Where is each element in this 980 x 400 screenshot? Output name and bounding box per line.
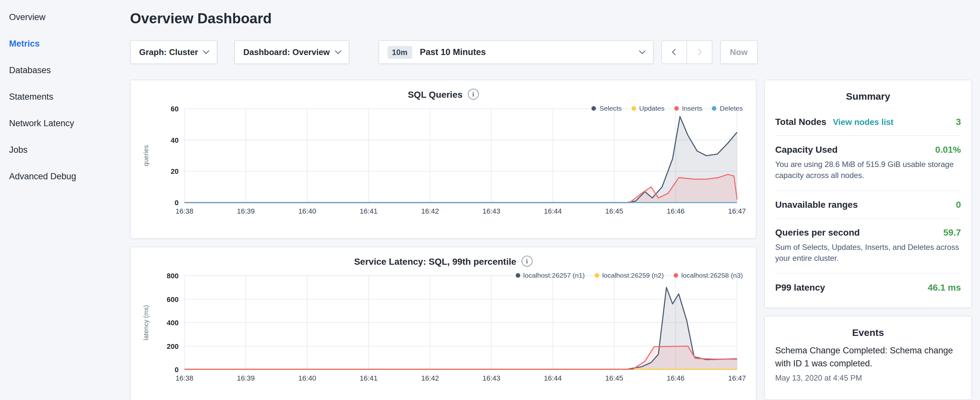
sidebar-item-statements[interactable]: Statements xyxy=(0,83,130,110)
legend-dot-icon xyxy=(632,106,636,110)
svg-text:queries: queries xyxy=(142,145,150,166)
svg-text:16:44: 16:44 xyxy=(544,374,562,382)
chevron-down-icon xyxy=(334,48,341,54)
event-item: Schema Change Completed: Schema change w… xyxy=(775,344,961,382)
svg-text:16:46: 16:46 xyxy=(667,207,685,215)
svg-text:40: 40 xyxy=(171,136,178,144)
info-icon[interactable] xyxy=(522,256,533,267)
svg-text:16:42: 16:42 xyxy=(421,207,439,215)
svg-text:16:47: 16:47 xyxy=(728,374,746,382)
time-prev-button[interactable] xyxy=(661,40,687,64)
svg-text:200: 200 xyxy=(167,343,178,351)
event-timestamp: May 13, 2020 at 4:45 PM xyxy=(775,373,961,382)
svg-text:600: 600 xyxy=(167,295,178,304)
time-range-badge: 10m xyxy=(387,46,412,59)
legend-item: Deletes xyxy=(712,104,743,112)
charts-column: SQL Queries SelectsUpdatesInsertsDeletes… xyxy=(130,80,756,400)
service-latency-chart[interactable]: 16:3816:3916:4016:4116:4216:4316:4416:45… xyxy=(139,272,748,385)
time-range-dropdown[interactable]: 10m Past 10 Minutes xyxy=(378,40,653,64)
stat-value: 46.1 ms xyxy=(928,282,961,292)
svg-text:16:39: 16:39 xyxy=(237,207,255,215)
stat-value: 0.01% xyxy=(935,144,961,155)
svg-text:60: 60 xyxy=(171,105,178,113)
sidebar-item-overview[interactable]: Overview xyxy=(0,4,130,30)
app-root: Overview Metrics Databases Statements Ne… xyxy=(0,0,980,400)
legend-item: Selects xyxy=(592,104,622,112)
summary-stat-unavailable-ranges: Unavailable ranges 0 xyxy=(775,190,961,218)
graph-selector-dropdown[interactable]: Graph: Cluster xyxy=(130,40,217,64)
summary-panel: Summary Total Nodes View nodes list 3 xyxy=(764,80,972,308)
chart-title: Service Latency: SQL, 99th percentile xyxy=(354,256,516,266)
stat-label: Total Nodes xyxy=(775,116,826,127)
svg-text:16:40: 16:40 xyxy=(298,374,316,382)
sql-queries-chart[interactable]: 16:3816:3916:4016:4116:4216:4316:4416:45… xyxy=(139,105,748,218)
summary-stat-p99-latency: P99 latency 46.1 ms xyxy=(775,273,961,301)
chevron-down-icon xyxy=(203,48,209,54)
stat-value: 59.7 xyxy=(943,227,961,237)
svg-text:16:38: 16:38 xyxy=(175,374,193,382)
svg-text:16:38: 16:38 xyxy=(175,207,193,215)
event-text: Schema Change Completed: Schema change w… xyxy=(775,344,961,370)
chart-title: SQL Queries xyxy=(408,89,462,99)
svg-text:16:41: 16:41 xyxy=(360,374,377,382)
stat-note: Sum of Selects, Updates, Inserts, and De… xyxy=(775,242,961,265)
content-row: SQL Queries SelectsUpdatesInsertsDeletes… xyxy=(130,80,972,400)
chart-legend: localhost:26257 (n1)localhost:26259 (n2)… xyxy=(515,271,743,279)
events-panel: Events Schema Change Completed: Schema c… xyxy=(764,316,972,400)
summary-stat-capacity-used: Capacity Used 0.01% You are using 28.6 M… xyxy=(775,135,961,190)
stat-label: Unavailable ranges xyxy=(775,199,858,210)
toolbar: Graph: Cluster Dashboard: Overview 10m P… xyxy=(130,40,972,64)
svg-text:16:44: 16:44 xyxy=(544,207,562,215)
sidebar-item-jobs[interactable]: Jobs xyxy=(0,137,130,163)
sidebar-item-metrics[interactable]: Metrics xyxy=(0,30,130,57)
right-column: Summary Total Nodes View nodes list 3 xyxy=(764,80,972,400)
svg-text:16:42: 16:42 xyxy=(421,374,439,382)
svg-text:400: 400 xyxy=(167,319,178,327)
main-content: Overview Dashboard Graph: Cluster Dashbo… xyxy=(130,0,980,400)
service-latency-chart-card: Service Latency: SQL, 99th percentile lo… xyxy=(130,247,756,400)
stat-note: You are using 28.6 MiB of 515.9 GiB usab… xyxy=(775,159,961,182)
legend-dot-icon xyxy=(515,273,520,277)
sidebar: Overview Metrics Databases Statements Ne… xyxy=(0,0,130,400)
svg-text:20: 20 xyxy=(171,167,178,175)
legend-dot-icon xyxy=(674,106,679,110)
info-icon[interactable] xyxy=(468,89,479,100)
sidebar-item-network-latency[interactable]: Network Latency xyxy=(0,110,130,137)
stat-label: Queries per second xyxy=(775,227,860,237)
svg-text:0: 0 xyxy=(175,199,178,207)
legend-item: localhost:26257 (n1) xyxy=(515,271,585,279)
legend-item: Inserts xyxy=(674,104,702,112)
svg-text:16:45: 16:45 xyxy=(605,207,623,215)
time-next-button[interactable] xyxy=(686,40,712,64)
dashboard-selector-dropdown[interactable]: Dashboard: Overview xyxy=(234,40,349,64)
dashboard-selector-label: Dashboard: Overview xyxy=(243,47,330,57)
view-nodes-list-link[interactable]: View nodes list xyxy=(833,117,893,127)
summary-stat-total-nodes: Total Nodes View nodes list 3 xyxy=(775,108,961,135)
chevron-left-icon xyxy=(672,49,678,55)
stat-label: P99 latency xyxy=(775,282,825,292)
legend-dot-icon xyxy=(594,273,599,277)
stat-value: 0 xyxy=(956,199,961,210)
sidebar-item-databases[interactable]: Databases xyxy=(0,57,130,83)
chevron-right-icon xyxy=(695,49,702,55)
svg-text:16:45: 16:45 xyxy=(605,374,623,382)
svg-text:16:43: 16:43 xyxy=(482,374,500,382)
legend-dot-icon xyxy=(712,106,717,110)
legend-item: Updates xyxy=(632,104,665,112)
page-title: Overview Dashboard xyxy=(130,10,972,27)
time-range-label: Past 10 Minutes xyxy=(420,47,486,57)
sidebar-item-advanced-debug[interactable]: Advanced Debug xyxy=(0,163,130,190)
svg-text:16:39: 16:39 xyxy=(237,374,255,382)
svg-text:16:40: 16:40 xyxy=(298,207,316,215)
svg-text:latency (ms): latency (ms) xyxy=(142,305,150,341)
svg-text:16:43: 16:43 xyxy=(482,207,500,215)
svg-text:16:47: 16:47 xyxy=(728,207,746,215)
svg-text:800: 800 xyxy=(167,272,178,280)
stat-label: Capacity Used xyxy=(775,144,838,155)
events-title: Events xyxy=(775,327,961,338)
now-button[interactable]: Now xyxy=(720,40,757,64)
stat-value: 3 xyxy=(956,116,961,127)
svg-text:16:46: 16:46 xyxy=(667,374,685,382)
chevron-down-icon xyxy=(639,48,645,54)
svg-text:0: 0 xyxy=(175,366,178,374)
